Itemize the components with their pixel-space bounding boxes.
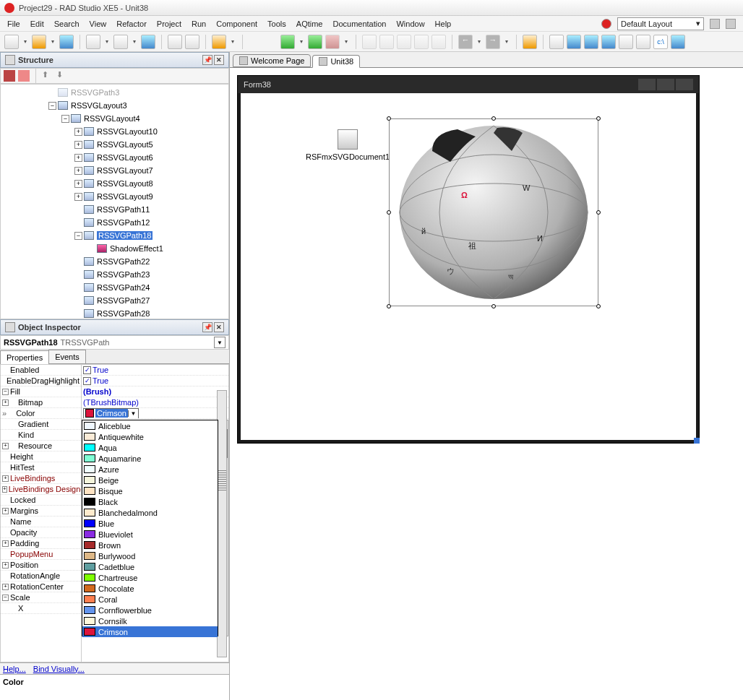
close-icon[interactable]: ✕	[214, 55, 224, 65]
tree-node[interactable]: +RSSVGLayout10	[74, 125, 228, 138]
menu-refactor[interactable]: Refactor	[116, 20, 147, 28]
browser-icon[interactable]	[601, 19, 611, 29]
ccpp-button[interactable]: c:\	[653, 35, 668, 49]
prop-value[interactable]: Crimson▼	[82, 408, 228, 419]
splitter[interactable]	[217, 390, 227, 657]
tree-node[interactable]: −RSSVGPath18	[74, 229, 228, 242]
tab-events[interactable]: Events	[48, 350, 86, 363]
prop-value[interactable]: (Brush)	[82, 386, 228, 397]
prop-name[interactable]: HitTest	[1, 462, 81, 473]
color-dropdown[interactable]: AliceblueAntiquewhiteAquaAquamarineAzure…	[82, 420, 218, 636]
move-up-button[interactable]: ⬆	[42, 70, 53, 82]
color-option[interactable]: Antiquewhite	[82, 431, 218, 442]
resize-handle[interactable]	[491, 116, 496, 121]
form-window[interactable]: Form38 RSFmxSVGDocument1	[237, 75, 700, 444]
tool2-button[interactable]	[567, 35, 581, 49]
save-layout-icon[interactable]	[710, 19, 720, 29]
save-all-button[interactable]	[141, 35, 155, 49]
open-button[interactable]	[32, 35, 46, 49]
expand-icon[interactable]: +	[74, 141, 82, 149]
menu-documentation[interactable]: Documentation	[332, 20, 386, 28]
tree-node[interactable]: RSSVGPath23	[74, 268, 228, 281]
color-option[interactable]: Blanchedalmond	[82, 507, 218, 518]
tree-node[interactable]: +RSSVGLayout8	[74, 177, 228, 190]
prop-name[interactable]: +Bitmap	[1, 397, 81, 408]
folder-button[interactable]	[212, 35, 226, 49]
step-out-button[interactable]	[414, 35, 429, 49]
run-button[interactable]	[280, 35, 295, 49]
tree-node[interactable]: +RSSVGLayout5	[74, 138, 228, 151]
pause-button[interactable]	[362, 35, 377, 49]
property-grid[interactable]: EnabledEnableDragHighlight−Fill+Bitmap»C…	[0, 364, 229, 662]
view-unit-button[interactable]	[168, 35, 182, 49]
menu-window[interactable]: Window	[396, 20, 424, 28]
prop-name[interactable]: +Resource	[1, 441, 81, 451]
add-file-button[interactable]	[86, 35, 100, 49]
menu-tools[interactable]: Tools	[267, 20, 286, 28]
prop-value[interactable]: ✓True	[82, 376, 228, 386]
cut-node-button[interactable]	[18, 70, 30, 82]
menu-project[interactable]: Project	[157, 20, 181, 28]
expand-icon[interactable]: +	[74, 128, 82, 136]
color-option[interactable]: Brown	[82, 540, 218, 550]
color-option[interactable]: Cornsilk	[82, 615, 218, 626]
form-designer[interactable]: Form38 RSFmxSVGDocument1	[230, 68, 743, 700]
prop-name[interactable]: +LiveBindings Designer	[1, 484, 81, 495]
prop-name[interactable]: +Margins	[1, 506, 81, 517]
save-button[interactable]	[59, 35, 74, 49]
expand-icon[interactable]: +	[74, 193, 82, 201]
run-no-debug-button[interactable]	[308, 35, 322, 49]
layout-selector[interactable]: Default Layout ▾	[617, 17, 704, 30]
color-option[interactable]: Burlywood	[82, 550, 218, 561]
selection-box[interactable]	[389, 118, 598, 306]
resize-handle[interactable]	[596, 210, 601, 215]
delete-node-button[interactable]	[4, 70, 15, 82]
prop-name[interactable]: −Fill	[1, 386, 81, 397]
menu-view[interactable]: View	[90, 20, 107, 28]
form-client-area[interactable]: RSFmxSVGDocument1	[241, 93, 696, 440]
prop-name[interactable]: Gradient	[1, 419, 81, 430]
expand-icon[interactable]: +	[74, 154, 82, 162]
tree-node[interactable]: ShadowEffect1	[87, 242, 228, 255]
menu-aqtime[interactable]: AQtime	[296, 20, 323, 28]
prop-name[interactable]: Height	[1, 451, 81, 462]
color-option[interactable]: Aqua	[82, 442, 218, 453]
tree-node[interactable]: RSSVGPath28	[74, 307, 228, 319]
color-option[interactable]: Bisque	[82, 485, 218, 496]
tool5-button[interactable]	[619, 35, 633, 49]
expand-icon[interactable]: −	[48, 102, 56, 110]
prop-name[interactable]: +Position	[1, 560, 81, 571]
prop-name[interactable]: Locked	[1, 495, 81, 506]
menu-edit[interactable]: Edit	[30, 20, 44, 28]
tree-node[interactable]: RSSVGPath12	[74, 216, 228, 229]
new-dropdown[interactable]: ▾	[22, 35, 29, 49]
resize-handle[interactable]	[491, 304, 496, 308]
chevron-down-icon[interactable]: ▼	[214, 337, 226, 348]
color-option[interactable]: Blue	[82, 518, 218, 529]
prop-name[interactable]: PopupMenu	[1, 549, 81, 560]
delete-layout-icon[interactable]	[726, 19, 736, 29]
prop-name[interactable]: RotationAngle	[1, 571, 81, 582]
move-down-button[interactable]: ⬇	[56, 70, 68, 82]
prop-value[interactable]: (TBrushBitmap)	[82, 397, 228, 408]
prop-name[interactable]: EnableDragHighlight	[1, 376, 81, 386]
remove-file-button[interactable]	[113, 35, 128, 49]
step-into-button[interactable]	[397, 35, 411, 49]
prop-name[interactable]: X	[1, 603, 81, 614]
tree-node[interactable]: −RSSVGLayout4	[61, 112, 228, 125]
expand-icon[interactable]: +	[74, 180, 82, 188]
prop-name[interactable]: +Padding	[1, 538, 81, 549]
svg-document-component[interactable]: RSFmxSVGDocument1	[306, 129, 390, 161]
prop-name[interactable]: −Scale	[1, 592, 81, 603]
prop-name[interactable]: »Color	[1, 408, 81, 419]
run-to-cursor-button[interactable]	[431, 35, 446, 49]
tree-node[interactable]: +RSSVGLayout6	[74, 151, 228, 164]
stop-button[interactable]	[325, 35, 340, 49]
color-option[interactable]: Beige	[82, 475, 218, 485]
color-option[interactable]: Chocolate	[82, 583, 218, 594]
help-link[interactable]: Help...	[3, 665, 26, 673]
pin-icon[interactable]: 📌	[202, 55, 212, 65]
prop-name[interactable]: Opacity	[1, 527, 81, 538]
tree-node[interactable]: +RSSVGLayout7	[74, 164, 228, 177]
tab-unit38[interactable]: Unit38	[312, 55, 360, 68]
